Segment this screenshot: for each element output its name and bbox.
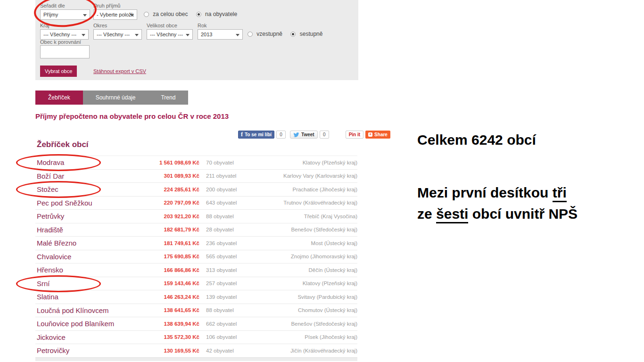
district-value: Trutnov (Královéhradecký kraj) (274, 200, 357, 206)
municipality-name-link[interactable]: Boží Dar (37, 172, 148, 180)
annotation-line3: ze šesti obcí uvnitř NPŠ (417, 206, 578, 222)
table-row: Malé Březno 181 749,61 Kč 236 obyvatel M… (35, 236, 357, 250)
municipality-name-link[interactable]: Stožec (37, 185, 148, 193)
district-value: Děčín (Ústecký kraj) (274, 267, 357, 273)
municipality-name: Srní (37, 280, 50, 288)
twitter-bird-icon (293, 132, 299, 137)
annotation-line2: Mezi první desítkou tři (417, 185, 567, 201)
district-value: Benešov (Středočeský kraj) (274, 227, 357, 232)
sort-label: Seřadit dle (40, 3, 65, 8)
municipality-name-link[interactable]: Chvalovice (37, 253, 148, 261)
pin-it-button[interactable]: Pin it (346, 131, 363, 139)
order-option-asc[interactable]: vzestupně (248, 31, 284, 37)
radio-icon[interactable] (248, 32, 253, 37)
tab-bar: Žebříček Souhrnné údaje Trend (35, 90, 188, 105)
municipality-name-link[interactable]: Hřensko (37, 266, 148, 274)
facebook-icon: f (241, 131, 243, 138)
district-value: Klatovy (Plzeňský kraj) (274, 280, 357, 286)
income-value: 135 572,30 Kč (148, 334, 199, 340)
page: Seřadit dle Druh příjmů Příjmy - Vyberte… (0, 0, 644, 362)
filter-form-panel: Seřadit dle Druh příjmů Příjmy - Vyberte… (35, 0, 358, 80)
income-value: 175 690,85 Kč (148, 254, 199, 259)
annotation-line3-pre: ze (417, 206, 436, 222)
tab-souhrnne-udaje[interactable]: Souhrnné údaje (83, 90, 149, 105)
income-type-label: Druh příjmů (93, 3, 120, 8)
radio-icon[interactable] (144, 12, 149, 17)
table-row: Srní 159 143,46 Kč 257 obyvatel Klatovy … (35, 277, 357, 290)
municipality-name: Hradiště (37, 226, 63, 234)
municipality-name-link[interactable]: Malé Březno (37, 239, 148, 247)
scope-option-per-capita[interactable]: na obyvatele (196, 11, 237, 17)
share-icon: + (368, 132, 372, 137)
municipality-name: Louňovice pod Blaníkem (37, 320, 114, 328)
order-radio-group: vzestupně sestupně (248, 31, 329, 37)
order-option-desc[interactable]: sestupně (290, 31, 322, 37)
table-row: Louňovice pod Blaníkem 138 639,94 Kč 662… (35, 317, 357, 330)
municipality-name-link[interactable]: Srní (37, 280, 148, 288)
tweet-button[interactable]: Tweet (290, 131, 318, 139)
table-row: Pec pod Sněžkou 220 797,09 Kč 643 obyvat… (35, 196, 357, 210)
municipality-name-link[interactable]: Pec pod Sněžkou (37, 199, 148, 207)
municipality-name-link[interactable]: Hradiště (37, 226, 148, 234)
csv-export-link[interactable]: Stáhnout export v CSV (93, 68, 146, 74)
municipality-name: Petrůvky (37, 212, 64, 220)
population-value: 200 obyvatel (206, 187, 274, 192)
radio-icon[interactable] (196, 12, 201, 17)
income-type-select[interactable]: - Vyberte položk (93, 9, 137, 20)
municipality-name: Hřensko (37, 266, 63, 274)
compare-input[interactable] (40, 45, 90, 58)
income-value: 1 561 098,69 Kč (148, 160, 199, 165)
annotation-line2-pre: Mezi první desítkou (417, 185, 553, 200)
municipality-name-link[interactable]: Jickovice (37, 333, 148, 341)
municipality-name: Slatina (37, 293, 58, 301)
municipality-name: Pec pod Sněžkou (37, 199, 92, 207)
population-value: 88 obyvatel (206, 214, 274, 219)
sort-select[interactable]: Příjmy (40, 9, 90, 20)
population-value: 662 obyvatel (206, 321, 274, 327)
annotation-line3-post: obcí uvnitř NPŠ (468, 206, 578, 222)
share-button[interactable]: + Share (365, 131, 390, 139)
okres-select[interactable]: --- Všechny --- (93, 29, 142, 40)
district-value: Třebíč (Kraj Vysočina) (274, 214, 357, 219)
municipality-name-link[interactable]: Petrovičky (37, 346, 148, 354)
population-value: 211 obyvatel (206, 173, 274, 179)
social-bar: f To se mi líbí 0 Tweet 0 Pin it + Share (238, 131, 390, 139)
district-value: Svitavy (Pardubický kraj) (274, 294, 357, 300)
municipality-name-link[interactable]: Petrůvky (37, 212, 148, 220)
kraj-select[interactable]: --- Všechny --- (40, 29, 89, 40)
district-value: Znojmo (Jihomoravský kraj) (274, 254, 357, 259)
table-body: Modrava 1 561 098,69 Kč 70 obyvatel Klat… (35, 156, 357, 357)
tab-trend[interactable]: Trend (148, 90, 188, 105)
income-value: 181 749,61 Kč (148, 240, 199, 246)
population-value: 42 obyvatel (206, 348, 274, 354)
municipality-name: Chvalovice (37, 253, 71, 261)
municipality-name-link[interactable]: Louňovice pod Blaníkem (37, 320, 148, 328)
page-title: Příjmy přepočteno na obyvatele pro celou… (35, 112, 229, 120)
district-value: Benešov (Středočeský kraj) (274, 321, 357, 327)
district-value: Klatovy (Plzeňský kraj) (274, 160, 357, 165)
table-row: Boží Dar 301 089,93 Kč 211 obyvatel Karl… (35, 169, 357, 183)
municipality-name: Jickovice (37, 333, 66, 341)
radio-icon[interactable] (290, 32, 296, 37)
income-value: 220 797,09 Kč (148, 200, 199, 206)
velikost-select[interactable]: --- Všechny --- (147, 29, 193, 40)
compare-label: Obec k porovnání (40, 39, 81, 45)
municipality-name-link[interactable]: Loučná pod Klínovcem (37, 306, 148, 314)
tab-zebricek[interactable]: Žebříček (35, 90, 83, 105)
income-value: 224 285,61 Kč (148, 187, 199, 192)
facebook-like-button[interactable]: f To se mi líbí (238, 131, 274, 139)
select-municipalities-button[interactable]: Vybrat obce (40, 66, 77, 77)
municipality-name-link[interactable]: Modrava (37, 158, 148, 166)
table-row: Jickovice 135 572,30 Kč 106 obyvatel Pís… (35, 330, 357, 344)
income-value: 166 866,86 Kč (148, 267, 199, 273)
municipality-name-link[interactable]: Slatina (37, 293, 148, 301)
table-row: Loučná pod Klínovcem 138 641,65 Kč 88 ob… (35, 304, 357, 317)
scope-option-whole[interactable]: za celou obec (144, 11, 190, 17)
municipality-name: Petrovičky (37, 346, 69, 354)
table-next-row-partial (35, 357, 357, 361)
municipality-name: Stožec (37, 185, 58, 193)
rok-select[interactable]: 2013 (198, 29, 243, 40)
annotation-total: Celkem 6242 obcí (417, 132, 536, 148)
kraj-label: Kraj (40, 23, 50, 28)
income-value: 130 169,55 Kč (148, 348, 199, 354)
